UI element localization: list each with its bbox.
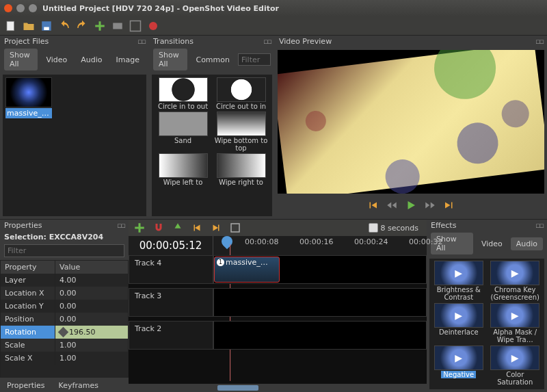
panel-grip-icon[interactable]: ▫▫ <box>117 221 124 230</box>
effect-item[interactable]: Chroma Key (Greenscreen) <box>488 261 543 301</box>
effects-title: Effects <box>431 221 456 230</box>
property-name: Scale <box>1 339 55 352</box>
prev-marker-icon[interactable] <box>190 221 204 235</box>
property-name: Location Y <box>1 300 55 313</box>
trans-tab-common[interactable]: Common <box>190 53 235 66</box>
window-titlebar: Untitled Project [HDV 720 24p] - OpenSho… <box>0 0 547 16</box>
clip-number: 1 <box>217 259 224 266</box>
window-minimize-button[interactable] <box>16 4 25 12</box>
jump-start-icon[interactable] <box>366 199 379 213</box>
track-body[interactable]: 1massive_… <box>213 255 427 284</box>
effect-item[interactable]: Color Saturation <box>488 345 543 386</box>
property-value[interactable]: 0.00 <box>55 313 128 326</box>
playhead[interactable] <box>219 234 235 250</box>
transitions-filter-input[interactable] <box>238 53 271 66</box>
undo-icon[interactable] <box>57 19 71 33</box>
profile-icon[interactable] <box>111 19 124 33</box>
value-column-header[interactable]: Value <box>55 261 128 274</box>
video-preview-panel: Video Preview▫▫ <box>275 36 547 219</box>
timeline-toolbar: 8 seconds <box>129 220 427 236</box>
properties-filter-input[interactable] <box>4 244 124 257</box>
next-marker-icon[interactable] <box>209 221 223 235</box>
trans-tab-show-all[interactable]: Show All <box>153 49 187 70</box>
pf-tab-audio[interactable]: Audio <box>75 53 107 66</box>
property-name: Rotation <box>1 326 55 339</box>
track-label[interactable]: Track 4 <box>129 255 213 284</box>
track-body[interactable] <box>213 288 427 317</box>
jump-end-icon[interactable] <box>443 199 455 213</box>
property-name: Layer <box>1 274 55 287</box>
property-column-header[interactable]: Property <box>1 261 55 274</box>
transition-item[interactable]: Wipe bottom to top <box>213 112 269 152</box>
svg-rect-4 <box>95 25 105 27</box>
project-files-list[interactable]: massive_w… <box>3 75 146 216</box>
preview-viewport[interactable] <box>278 50 544 194</box>
panel-grip-icon[interactable]: ▫▫ <box>535 221 543 230</box>
effect-item[interactable]: Alpha Mask / Wipe Tra… <box>488 303 543 343</box>
transition-item[interactable]: Sand <box>155 112 211 152</box>
effect-item[interactable]: Negative <box>431 345 486 386</box>
export-video-icon[interactable] <box>146 19 160 33</box>
transitions-list[interactable]: Circle in to out Circle out to in Sand W… <box>152 75 272 216</box>
track-label[interactable]: Track 3 <box>129 288 213 317</box>
new-project-icon[interactable] <box>4 19 18 33</box>
center-playhead-icon[interactable] <box>228 221 242 235</box>
property-value[interactable]: 4.00 <box>55 274 128 287</box>
property-value[interactable]: 1.00 <box>55 339 128 352</box>
transition-item[interactable]: Wipe right to <box>213 153 269 186</box>
open-project-icon[interactable] <box>22 19 36 33</box>
tab-keyframes[interactable]: Keyframes <box>52 379 105 392</box>
property-name: Location X <box>1 287 55 300</box>
svg-rect-10 <box>231 224 239 232</box>
main-toolbar <box>0 16 547 36</box>
track-label[interactable]: Track 2 <box>129 321 213 350</box>
properties-table: Property Value Layer4.00 Location X0.00 … <box>0 260 129 378</box>
save-project-icon[interactable] <box>40 19 53 33</box>
rewind-icon[interactable] <box>386 199 398 213</box>
pf-tab-show-all[interactable]: Show All <box>4 49 38 70</box>
fullscreen-icon[interactable] <box>129 19 142 33</box>
fast-forward-icon[interactable] <box>424 199 436 213</box>
panel-grip-icon[interactable]: ▫▫ <box>535 37 543 46</box>
property-value[interactable]: 0.00 <box>55 300 128 313</box>
transition-item[interactable]: Wipe left to <box>155 153 211 186</box>
fx-tab-video[interactable]: Video <box>476 237 508 250</box>
track-body[interactable] <box>213 321 427 350</box>
pf-tab-video[interactable]: Video <box>40 53 72 66</box>
property-value[interactable]: 0.00 <box>55 287 128 300</box>
timeline-zoom-label: 8 seconds <box>381 224 418 233</box>
timeline-clip[interactable]: 1massive_… <box>214 257 280 283</box>
snapping-icon[interactable] <box>152 221 165 235</box>
svg-rect-5 <box>113 23 122 29</box>
timeline-tracks[interactable]: Track 4 1massive_… Track 3 Track 2 <box>129 255 427 384</box>
window-close-button[interactable] <box>4 4 12 12</box>
window-maximize-button[interactable] <box>29 4 37 12</box>
add-track-icon[interactable] <box>133 221 146 235</box>
transition-item[interactable]: Circle in to out <box>155 77 211 110</box>
scrollbar-thumb[interactable] <box>217 385 258 391</box>
zoom-slider-handle[interactable] <box>369 223 378 233</box>
fx-tab-audio[interactable]: Audio <box>511 237 543 250</box>
project-file-item[interactable]: massive_w… <box>5 77 52 118</box>
properties-title: Properties <box>4 221 42 230</box>
selection-label: Selection: EXCCA8V204 <box>0 231 129 243</box>
transition-item[interactable]: Circle out to in <box>213 77 269 110</box>
effect-item[interactable]: Brightness & Contrast <box>431 261 486 301</box>
svg-rect-9 <box>135 227 144 229</box>
pf-tab-image[interactable]: Image <box>111 53 145 66</box>
property-value[interactable]: 1.00 <box>55 352 128 365</box>
tab-properties[interactable]: Properties <box>0 379 52 392</box>
property-value[interactable]: 196.50 <box>55 326 128 339</box>
effects-list[interactable]: Brightness & Contrast Chroma Key (Greens… <box>429 259 544 389</box>
play-icon[interactable] <box>405 199 417 213</box>
timeline-scrollbar[interactable] <box>129 384 427 392</box>
timeline-ruler[interactable]: 00:00:08 00:00:16 00:00:24 00:00:32 <box>213 236 427 255</box>
redo-icon[interactable] <box>75 19 89 33</box>
effect-item[interactable]: Deinterlace <box>431 303 486 343</box>
panel-grip-icon[interactable]: ▫▫ <box>137 37 145 46</box>
marker-icon[interactable] <box>171 221 185 235</box>
timeline-timecode: 00:00:05:12 <box>129 236 213 255</box>
import-files-icon[interactable] <box>93 19 107 33</box>
panel-grip-icon[interactable]: ▫▫ <box>263 37 271 46</box>
svg-point-7 <box>149 22 157 30</box>
